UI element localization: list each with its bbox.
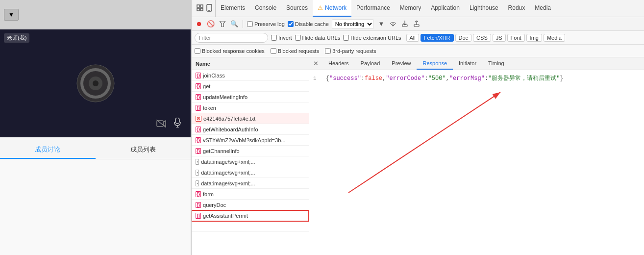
- network-name-list: {} joinClass {} get {} updateMeetingInfo…: [192, 70, 309, 255]
- tab-members-list[interactable]: 成员列表: [96, 141, 191, 159]
- top-bar: ▼: [0, 0, 191, 29]
- tab-response[interactable]: Response: [417, 57, 453, 70]
- camera-off-icon[interactable]: [156, 120, 166, 130]
- blocked-bar: Blocked response cookies Blocked request…: [192, 45, 644, 57]
- type-filter-all[interactable]: All: [406, 34, 419, 42]
- arrow-annotation-svg: [309, 70, 644, 255]
- blocked-response-cookies-checkbox[interactable]: [195, 48, 200, 54]
- disable-cache-checkbox[interactable]: [288, 21, 294, 27]
- close-button[interactable]: ✕: [309, 60, 322, 67]
- xhr-icon: {}: [196, 83, 201, 89]
- list-item[interactable]: ▪ data:image/svg+xml;...: [192, 167, 309, 178]
- list-item[interactable]: ▪ data:image/svg+xml;...: [192, 156, 309, 167]
- img-icon: ▪: [196, 170, 199, 176]
- clear-button[interactable]: 🚫: [206, 20, 215, 28]
- tab-performance[interactable]: Performance: [351, 0, 395, 17]
- tab-headers[interactable]: Headers: [322, 57, 355, 70]
- tab-preview[interactable]: Preview: [386, 57, 417, 70]
- blocked-requests-label[interactable]: Blocked requests: [271, 48, 319, 54]
- response-content-area: 1 {"success":false,"errorCode":"500","er…: [309, 70, 644, 255]
- hide-extension-urls-label[interactable]: Hide extension URLs: [343, 35, 401, 41]
- app-content-area: [0, 159, 191, 255]
- list-item[interactable]: {} getWhiteboardAuthInfo: [192, 124, 309, 135]
- tab-initiator[interactable]: Initiator: [453, 57, 482, 70]
- throttle-dropdown-icon[interactable]: ▼: [377, 20, 386, 28]
- svg-rect-4: [157, 121, 163, 127]
- xhr-icon: {}: [196, 202, 201, 208]
- list-item[interactable]: {} updateMeetingInfo: [192, 92, 309, 102]
- disable-cache-label[interactable]: Disable cache: [288, 21, 329, 27]
- xhr-icon: {}: [196, 94, 201, 100]
- list-item[interactable]: {} get: [192, 81, 309, 92]
- type-filter-doc[interactable]: Doc: [455, 34, 472, 42]
- type-filter-font[interactable]: Font: [507, 34, 525, 42]
- list-item[interactable]: ▪ data:image/svg+xml;...: [192, 178, 309, 189]
- type-filter-group: All Fetch/XHR Doc CSS JS Font Img Media: [406, 34, 565, 42]
- type-filter-fetch-xhr[interactable]: Fetch/XHR: [421, 34, 454, 42]
- type-filter-media[interactable]: Media: [544, 34, 565, 42]
- type-filter-css[interactable]: CSS: [473, 34, 491, 42]
- svg-marker-16: [220, 21, 225, 27]
- blocked-requests-checkbox[interactable]: [271, 48, 276, 54]
- filter-bar: Invert Hide data URLs Hide extension URL…: [192, 31, 644, 45]
- network-toolbar: ⏺ 🚫 🔍 Preserve log Disable cache No thro…: [192, 17, 644, 31]
- invert-label[interactable]: Invert: [271, 35, 292, 41]
- app-left-panel: ▼ 老师(我): [0, 0, 191, 255]
- name-column: Name {} joinClass {} get {} updateMeetin…: [192, 57, 309, 255]
- tab-payload[interactable]: Payload: [355, 57, 386, 70]
- list-item[interactable]: {} queryDoc: [192, 200, 309, 210]
- tab-sources[interactable]: Sources: [281, 0, 313, 17]
- invert-checkbox[interactable]: [271, 35, 277, 41]
- hide-data-urls-label[interactable]: Hide data URLs: [295, 35, 341, 41]
- xhr-icon: {}: [196, 213, 201, 219]
- list-item[interactable]: ⊠ e42146a757fefa4e.txt: [192, 113, 309, 124]
- filter-icon[interactable]: [218, 20, 227, 28]
- tab-members-discussion[interactable]: 成员讨论: [0, 141, 96, 159]
- xhr-icon: {}: [196, 73, 201, 78]
- cursor-icon[interactable]: [197, 4, 203, 13]
- tab-media[interactable]: Media: [530, 0, 556, 17]
- third-party-requests-label[interactable]: 3rd-party requests: [325, 48, 376, 54]
- mic-icon[interactable]: [174, 118, 181, 130]
- list-item-get-assistant-permit[interactable]: {} getAssistantPermit: [192, 210, 309, 221]
- response-panel: ✕ Headers Payload Preview Response Initi…: [309, 57, 644, 255]
- svg-rect-13: [200, 8, 203, 11]
- throttle-select[interactable]: No throttling: [332, 19, 374, 29]
- devtools-icon-group: [194, 0, 216, 17]
- type-filter-js[interactable]: JS: [493, 34, 506, 42]
- tab-console[interactable]: Console: [250, 0, 281, 17]
- wifi-icon[interactable]: [389, 20, 397, 28]
- stop-recording-button[interactable]: ⏺: [195, 20, 203, 28]
- type-filter-img[interactable]: Img: [526, 34, 542, 42]
- list-item[interactable]: {} token: [192, 102, 309, 113]
- blocked-response-cookies-label[interactable]: Blocked response cookies: [195, 48, 265, 54]
- device-icon[interactable]: [206, 4, 212, 13]
- tab-lighthouse[interactable]: Lighthouse: [465, 0, 503, 17]
- third-party-requests-checkbox[interactable]: [325, 48, 331, 54]
- tab-network[interactable]: ⚠ Network: [313, 0, 351, 17]
- hide-extension-urls-checkbox[interactable]: [343, 35, 349, 41]
- xhr-icon: {}: [196, 137, 201, 143]
- xhr-icon: {}: [196, 148, 201, 154]
- video-label: 老师(我): [4, 33, 29, 43]
- obs-logo-icon: [76, 64, 115, 103]
- search-button[interactable]: 🔍: [230, 20, 239, 28]
- export-button[interactable]: [412, 20, 421, 28]
- list-item[interactable]: {} joinClass: [192, 70, 309, 81]
- svg-point-3: [93, 80, 99, 86]
- tab-elements[interactable]: Elements: [216, 0, 250, 17]
- hide-data-urls-checkbox[interactable]: [295, 35, 301, 41]
- dropdown-button[interactable]: ▼: [4, 9, 19, 21]
- list-item[interactable]: {} form: [192, 189, 309, 200]
- tab-application[interactable]: Application: [426, 0, 465, 17]
- list-item[interactable]: {} getChannelInfo: [192, 146, 309, 156]
- tab-timing[interactable]: Timing: [482, 57, 510, 70]
- list-item[interactable]: {} vSThWmZ2wVbM?sdkAppId=3b...: [192, 135, 309, 146]
- separator-1: [243, 20, 243, 28]
- preserve-log-label[interactable]: Preserve log: [247, 21, 285, 27]
- tab-redux[interactable]: Redux: [503, 0, 530, 17]
- filter-input[interactable]: [195, 33, 268, 43]
- preserve-log-checkbox[interactable]: [247, 21, 253, 27]
- import-button[interactable]: [400, 20, 409, 28]
- tab-memory[interactable]: Memory: [395, 0, 426, 17]
